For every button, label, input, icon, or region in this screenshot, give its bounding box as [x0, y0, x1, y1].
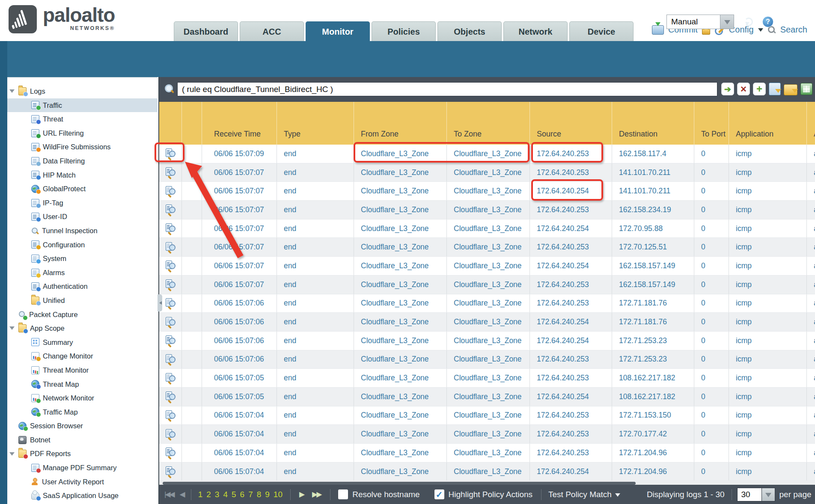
table-row[interactable]: 06/06 15:07:04endCloudflare_L3_ZoneCloud…	[159, 462, 815, 481]
table-row[interactable]: 06/06 15:07:07endCloudflare_L3_ZoneCloud…	[159, 257, 815, 276]
sidebar-item-threat[interactable]: Threat	[7, 112, 158, 126]
tree-expander-icon[interactable]	[9, 452, 15, 458]
sidebar-item-system[interactable]: System	[7, 252, 158, 266]
table-row[interactable]: 06/06 15:07:05endCloudflare_L3_ZoneCloud…	[159, 388, 815, 406]
sidebar-item-session-browser[interactable]: Session Browser	[7, 419, 158, 433]
help-link[interactable]: Help	[776, 17, 793, 27]
table-row[interactable]: 06/06 15:07:07endCloudflare_L3_ZoneCloud…	[159, 238, 815, 257]
table-row[interactable]: 06/06 15:07:06endCloudflare_L3_ZoneCloud…	[159, 350, 815, 369]
clear-filter-button[interactable]: ✕	[737, 83, 750, 95]
table-row[interactable]: 06/06 15:07:06endCloudflare_L3_ZoneCloud…	[159, 313, 815, 332]
sidebar-item-logs[interactable]: Logs	[7, 84, 158, 98]
sidebar-item-network-monitor[interactable]: Network Monitor	[7, 391, 158, 405]
column-header-to-zone[interactable]: To Zone	[447, 102, 530, 145]
prev-page-button[interactable]: ◀	[180, 490, 184, 499]
log-detail-icon[interactable]	[165, 335, 175, 346]
page-number-10[interactable]: 10	[274, 490, 283, 499]
table-row[interactable]: 06/06 15:07:04endCloudflare_L3_ZoneCloud…	[159, 406, 815, 425]
sidebar-item-pdf-reports[interactable]: PDF Reports	[7, 447, 158, 461]
page-number-2[interactable]: 2	[206, 490, 211, 499]
column-header-from-zone[interactable]: From Zone	[354, 102, 447, 145]
log-detail-icon[interactable]	[165, 261, 175, 271]
first-page-button[interactable]: |◀◀	[164, 490, 174, 499]
page-number-7[interactable]: 7	[248, 490, 253, 499]
per-page-caret[interactable]	[762, 488, 775, 501]
log-detail-icon[interactable]	[165, 317, 175, 327]
page-number-3[interactable]: 3	[215, 490, 220, 499]
log-detail-icon[interactable]	[165, 279, 175, 290]
table-row[interactable]: 06/06 15:07:07endCloudflare_L3_ZoneCloud…	[159, 182, 815, 201]
resolve-hostname-checkbox[interactable]	[338, 489, 348, 499]
refresh-mode-select[interactable]: Manual	[666, 15, 720, 29]
sidebar-item-saas-application-usage[interactable]: SaaS Application Usage	[7, 489, 158, 503]
scrollbar-thumb[interactable]	[163, 482, 636, 485]
table-row[interactable]: 06/06 15:07:06endCloudflare_L3_ZoneCloud…	[159, 332, 815, 350]
refresh-icon[interactable]	[744, 17, 754, 27]
tab-device[interactable]: Device	[569, 21, 634, 42]
add-filter-button[interactable]: +	[753, 83, 766, 95]
sidebar-item-url-filtering[interactable]: URL Filtering	[7, 126, 158, 140]
page-number-9[interactable]: 9	[265, 490, 270, 499]
log-detail-icon[interactable]	[165, 298, 175, 308]
log-detail-icon[interactable]	[165, 205, 175, 215]
column-header-to-port[interactable]: To Port	[694, 102, 729, 145]
table-row[interactable]: 06/06 15:07:04endCloudflare_L3_ZoneCloud…	[159, 425, 815, 444]
column-header-source[interactable]: Source	[530, 102, 612, 145]
log-detail-icon[interactable]	[165, 186, 175, 196]
page-number-5[interactable]: 5	[232, 490, 236, 499]
table-row[interactable]: 06/06 15:07:07endCloudflare_L3_ZoneCloud…	[159, 201, 815, 219]
next-page-button[interactable]: ▶	[299, 490, 303, 499]
tab-policies[interactable]: Policies	[372, 21, 436, 42]
load-filter-icon[interactable]	[784, 84, 797, 95]
sidebar-item-botnet[interactable]: Botnet	[7, 433, 158, 447]
sidebar-item-threat-monitor[interactable]: Threat Monitor	[7, 363, 158, 377]
log-detail-icon[interactable]	[165, 410, 175, 421]
table-row[interactable]: 06/06 15:07:07endCloudflare_L3_ZoneCloud…	[159, 276, 815, 294]
column-header-a[interactable]: A	[807, 102, 815, 145]
tab-monitor[interactable]: Monitor	[306, 21, 370, 42]
column-header-application[interactable]: Application	[729, 102, 807, 145]
last-page-button[interactable]: ▶▶	[312, 490, 321, 499]
sidebar-item-user-id[interactable]: User-ID	[7, 210, 158, 224]
refresh-mode-caret[interactable]	[720, 15, 734, 29]
sidebar-item-tunnel-inspection[interactable]: Tunnel Inspection	[7, 224, 158, 238]
log-detail-icon[interactable]	[165, 466, 175, 477]
page-number-4[interactable]: 4	[223, 490, 228, 499]
page-number-8[interactable]: 8	[257, 490, 262, 499]
table-row[interactable]: 06/06 15:07:07endCloudflare_L3_ZoneCloud…	[159, 163, 815, 182]
tab-objects[interactable]: Objects	[437, 21, 502, 42]
sidebar-item-ip-tag[interactable]: IP-Tag	[7, 196, 158, 210]
log-detail-icon[interactable]	[165, 429, 175, 439]
log-detail-icon[interactable]	[165, 167, 175, 178]
sidebar-item-change-monitor[interactable]: Change Monitor	[7, 349, 158, 363]
sidebar-item-configuration[interactable]: Configuration	[7, 238, 158, 252]
sidebar-item-threat-map[interactable]: Threat Map	[7, 377, 158, 391]
test-policy-match-caret-icon[interactable]	[615, 493, 620, 499]
filter-query-input[interactable]	[177, 82, 717, 96]
sidebar-item-data-filtering[interactable]: Data Filtering	[7, 154, 158, 168]
log-detail-icon[interactable]	[165, 223, 175, 234]
log-detail-icon[interactable]	[165, 354, 175, 365]
table-row[interactable]: 06/06 15:07:04endCloudflare_L3_ZoneCloud…	[159, 444, 815, 462]
lock-icon[interactable]	[702, 28, 710, 35]
sidebar-item-traffic[interactable]: Traffic	[7, 98, 158, 113]
sidebar-item-app-scope[interactable]: App Scope	[7, 321, 158, 335]
tree-expander-icon[interactable]	[9, 326, 15, 332]
sidebar-item-packet-capture[interactable]: Packet Capture	[7, 308, 158, 322]
table-row[interactable]: 06/06 15:07:07endCloudflare_L3_ZoneCloud…	[159, 219, 815, 238]
sidebar-item-summary[interactable]: Summary	[7, 335, 158, 350]
apply-filter-button[interactable]: ➔	[721, 83, 734, 95]
sidebar-item-globalprotect[interactable]: GlobalProtect	[7, 182, 158, 196]
page-number-6[interactable]: 6	[240, 490, 245, 499]
log-detail-icon[interactable]	[165, 242, 175, 252]
sidebar-item-alarms[interactable]: Alarms	[7, 266, 158, 280]
export-csv-icon[interactable]	[800, 83, 812, 95]
column-header-destination[interactable]: Destination	[612, 102, 694, 145]
sidebar-item-wildfire-submissions[interactable]: WildFire Submissions	[7, 140, 158, 154]
sidebar-item-traffic-map[interactable]: Traffic Map	[7, 405, 158, 419]
log-detail-icon[interactable]	[165, 448, 175, 458]
tab-dashboard[interactable]: Dashboard	[174, 21, 238, 42]
log-detail-icon[interactable]	[165, 373, 175, 383]
tab-acc[interactable]: ACC	[240, 21, 304, 42]
tab-network[interactable]: Network	[503, 21, 568, 42]
